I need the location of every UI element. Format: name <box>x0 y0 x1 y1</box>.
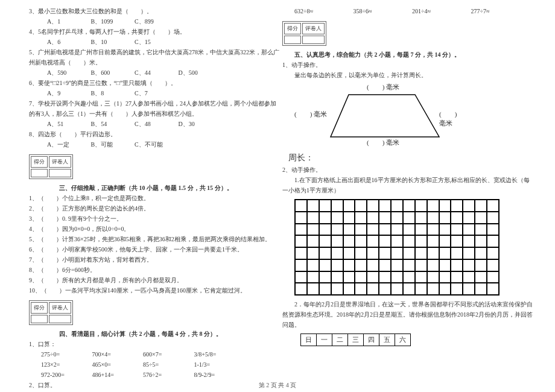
grader-label: 评卷人 <box>49 302 71 314</box>
opt: C、15 <box>135 37 177 47</box>
score-box: 得分评卷人 <box>29 154 73 179</box>
opt: B、600 <box>91 68 133 78</box>
calc: 85÷5= <box>143 359 192 370</box>
perimeter-label: 周长： <box>288 153 526 163</box>
q5-opts: A、590 B、600 C、44 D、500 <box>29 68 273 78</box>
opt: D、30 <box>179 119 221 129</box>
c1-r1: 275÷0= 700×4= 600×7= 3/8+5/8= <box>29 349 273 359</box>
q7-opts: A、51 B、54 C、48 D、30 <box>29 119 273 129</box>
weekday: 二 <box>332 334 348 346</box>
section4-header: 得分评卷人 四、看清题目，细心计算（共 2 小题，每题 4 分，共 8 分）。 <box>29 296 273 339</box>
q4: 4、5名同学打乒乓球，每两人打一场，共要打（ ）场。 <box>29 27 273 37</box>
calc: 1-1/3= <box>194 359 244 370</box>
opt: C、48 <box>135 119 177 129</box>
opt: A、590 <box>47 68 89 78</box>
p2-cal1: 2．每年的2月2日是世界湿地日，在这一天，世界各国都举行不同形式的活动来宣传保护… <box>282 299 526 309</box>
j4: 4、（ ）因为0×0=0，所以0÷0=0。 <box>29 224 273 234</box>
q5a: 5、广州新电视塔是广州市目前最高的建筑，它比中信大厦高278米，中信大厦高322… <box>29 47 273 57</box>
q3: 3、最小三位数和最大三位数的和是（ ）。 <box>29 6 273 16</box>
grader-label: 评卷人 <box>302 23 325 34</box>
j2: 2、（ ）正方形的周长是它的边长的4倍。 <box>29 203 273 213</box>
label-right: ( )毫米 <box>439 110 463 128</box>
weekday: 四 <box>364 334 379 346</box>
calc: 700×4= <box>92 349 142 359</box>
opt: B、8 <box>91 88 133 98</box>
opt: C、44 <box>135 68 177 78</box>
weekday: 五 <box>379 334 395 346</box>
label-top: ( ) 毫米 <box>367 83 399 92</box>
calc: 632÷8≈ <box>294 6 352 16</box>
opt: B、1099 <box>91 16 133 27</box>
right-column: 632÷8≈ 358÷6≈ 201÷4≈ 277÷7≈ 得分评卷人 五、认真思考… <box>278 6 531 392</box>
q8: 8、四边形（ ）平行四边形。 <box>29 129 273 139</box>
opt: C、7 <box>135 88 177 98</box>
trapezoid-icon <box>325 89 445 143</box>
p1-text: 量出每条边的长度，以毫米为单位，并计算周长。 <box>282 70 526 80</box>
calc: 3/8+5/8= <box>194 349 244 359</box>
score-label: 得分 <box>31 302 48 314</box>
opt: B、可能 <box>91 139 133 150</box>
calc: 486+14= <box>92 370 142 380</box>
q6: 6、要使“□21÷9”的商是三位数，“□”里只能填（ ）。 <box>29 78 273 88</box>
weekday: 一 <box>317 334 332 346</box>
calc: 972-200= <box>41 370 90 380</box>
opt: A、1 <box>47 16 89 27</box>
calc: 576÷2= <box>143 370 192 380</box>
grid-paper <box>294 199 500 296</box>
j8: 8、（ ）6分=600秒。 <box>29 265 273 275</box>
sec3-title: 三、仔细推敲，正确判断（共 10 小题，每题 1.5 分，共 15 分）。 <box>59 185 233 191</box>
sec4-title: 四、看清题目，细心计算（共 2 小题，每题 4 分，共 8 分）。 <box>59 330 222 337</box>
calc: 201÷4≈ <box>412 6 469 16</box>
q7b: 的有3人，那么三（1）一共有（ ）人参加书画和棋艺小组。 <box>29 109 273 119</box>
j5: 5、（ ）计算36×25时，先把36和5相乘，再把36和2相乘，最后把两次乘得的… <box>29 234 273 244</box>
j1: 1、（ ）个位上乘8，积一定也是两位数。 <box>29 193 273 203</box>
score-label: 得分 <box>284 23 301 34</box>
svg-marker-0 <box>331 95 439 137</box>
calc: 465×0= <box>92 359 142 370</box>
j7: 7、（ ）小明面对着东方站，背对着西方。 <box>29 254 273 265</box>
c1-r2: 123×2= 465×0= 85÷5= 1-1/3= <box>29 359 273 370</box>
section3-header: 得分评卷人 三、仔细推敲，正确判断（共 10 小题，每题 1.5 分，共 15 … <box>29 150 273 193</box>
score-label: 得分 <box>31 156 48 168</box>
j6: 6、（ ）小明家离学校500米，他每天上学、回家，一个来回一共要走1千米。 <box>29 244 273 254</box>
calc: 275÷0= <box>41 349 90 359</box>
p2-text2: 一小格为1平方厘米） <box>282 185 526 195</box>
section5-header: 得分评卷人 五、认真思考，综合能力（共 2 小题，每题 7 分，共 14 分）。 <box>282 16 526 60</box>
q7a: 7、学校开设两个兴趣小组，三（1）27人参加书画小组，24人参加棋艺小组，两个小… <box>29 98 273 109</box>
opt: B、54 <box>91 119 133 129</box>
opt: A、6 <box>47 37 89 47</box>
p2-text1: 1.在下面方格纸上画出面积是16平方厘米的长方形和正方形,标出相应的长、宽或边长… <box>282 175 526 185</box>
j9: 9、（ ）所有的大月都是单月，所有的小月都是双月。 <box>29 275 273 285</box>
calc: 600×7= <box>143 349 192 359</box>
calc: 358÷6≈ <box>354 6 411 16</box>
q6-opts: A、9 B、8 C、7 <box>29 88 273 98</box>
calendar-header: 日 一 二 三 四 五 六 <box>300 334 411 346</box>
weekday: 日 <box>301 334 317 346</box>
q5b: 州新电视塔高（ ）米。 <box>29 57 273 68</box>
label-left: ( ) 毫米 <box>294 110 327 119</box>
sec5-title: 五、认真思考，综合能力（共 2 小题，每题 7 分，共 14 分）。 <box>294 51 460 58</box>
j10: 10、（ ）一条河平均水深140厘米，一匹小马身高是160厘米，它肯定能过河。 <box>29 285 273 296</box>
opt: B、10 <box>91 37 133 47</box>
left-column: 3、最小三位数和最大三位数的和是（ ）。 A、1 B、1099 C、899 4、… <box>24 6 278 392</box>
label-bottom: ( ) 毫米 <box>367 138 399 147</box>
opt: A、一定 <box>47 139 89 150</box>
opt: A、9 <box>47 88 89 98</box>
calc: 8/9-2/9= <box>194 370 244 380</box>
opt: D、500 <box>179 68 221 78</box>
score-box: 得分评卷人 <box>29 300 73 325</box>
j3: 3、（ ）0. 9里有9个十分之一。 <box>29 213 273 224</box>
weekday: 三 <box>348 334 364 346</box>
q4-opts: A、6 B、10 C、15 <box>29 37 273 47</box>
page-footer: 第 2 页 共 4 页 <box>0 381 555 390</box>
c1-r3: 972-200= 486+14= 576÷2= 8/9-2/9= <box>29 370 273 380</box>
opt: C、899 <box>135 16 177 27</box>
p1-label: 1、动手操作。 <box>282 60 526 70</box>
q3-opts: A、1 B、1099 C、899 <box>29 16 273 27</box>
weekday: 六 <box>395 334 411 346</box>
calc: 123×2= <box>41 359 90 370</box>
opt: A、51 <box>47 119 89 129</box>
top-calc: 632÷8≈ 358÷6≈ 201÷4≈ 277÷7≈ <box>282 6 526 16</box>
trapezoid-figure: ( ) 毫米 ( ) 毫米 ( )毫米 ( ) 毫米 <box>306 83 463 149</box>
grader-label: 评卷人 <box>49 156 71 168</box>
